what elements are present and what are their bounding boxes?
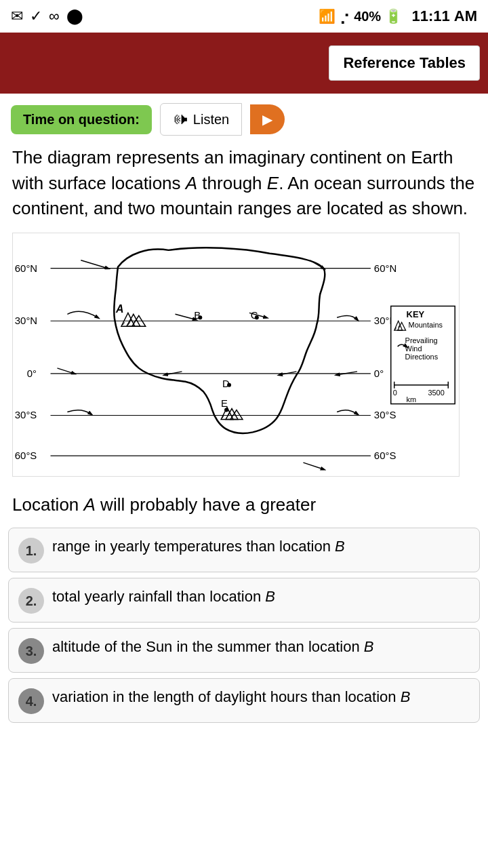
svg-text:Wind: Wind [405,344,422,353]
radio-3[interactable]: 3. [18,638,44,664]
svg-text:0: 0 [393,389,397,397]
svg-text:60°N: 60°N [15,263,37,274]
reference-tables-button[interactable]: Reference Tables [329,45,480,81]
mountains-e [221,408,243,420]
signal-icon: ⡐ [340,9,350,24]
battery-icon: 🔋 [385,9,402,24]
answer-question-text: Location A will probably have a greater [0,489,488,528]
svg-text:Directions: Directions [405,353,439,361]
svg-text:Mountains: Mountains [409,321,443,329]
status-icons: ✉ ✓ ∞ ⬤ [11,7,83,25]
choice-text-2: total yearly rainfall than location B [52,587,470,608]
status-bar: ✉ ✓ ∞ ⬤ 📶 ⡐ 40% 🔋 11:11 AM [0,0,488,33]
choice-number-4: 4. [26,694,37,709]
svg-text:0°: 0° [374,368,384,379]
svg-text:E: E [221,398,228,409]
svg-text:Prevailing: Prevailing [405,336,438,344]
infinity-icon: ∞ [49,7,60,25]
app-header: Reference Tables [0,33,488,94]
battery-level: 40% [354,9,381,24]
choice-2[interactable]: 2. total yearly rainfall than location B [8,578,480,623]
radio-2[interactable]: 2. [18,588,44,614]
wifi-icon: 📶 [319,9,336,24]
svg-text:60°S: 60°S [15,450,37,461]
svg-text:30°N: 30°N [15,315,37,326]
choice-4[interactable]: 4. variation in the length of daylight h… [8,678,480,723]
toolbar-row: Time on question: 🕪 Listen ▶ [0,94,488,145]
svg-point-36 [224,408,228,412]
choice-1[interactable]: 1. range in yearly temperatures than loc… [8,528,480,572]
question-text: The diagram represents an imaginary cont… [0,145,488,233]
check-icon: ✓ [30,7,42,25]
choice-number-1: 1. [26,543,37,559]
map-svg: 60°N 60°N 30°N 30°N 0° 0° 30°S 30°S 60°S… [12,233,460,477]
clock: 11:11 AM [411,7,477,24]
camera-icon: ⬤ [66,7,83,25]
svg-point-30 [198,315,202,319]
choice-text-4: variation in the length of daylight hour… [52,687,470,708]
svg-text:3500: 3500 [428,389,444,397]
svg-text:30°S: 30°S [15,410,37,421]
choice-text-3: altitude of the Sun in the summer than l… [52,637,470,658]
listen-label: Listen [193,112,229,127]
svg-text:A: A [115,303,124,315]
choice-text-1: range in yearly temperatures than locati… [52,536,470,557]
svg-point-32 [255,315,259,319]
choice-3[interactable]: 3. altitude of the Sun in the summer tha… [8,628,480,673]
choice-number-3: 3. [26,644,37,659]
svg-text:km: km [407,395,417,403]
radio-4[interactable]: 4. [18,688,44,714]
mountains-a [121,313,146,326]
svg-text:30°S: 30°S [374,410,396,421]
svg-text:60°S: 60°S [374,450,396,461]
svg-text:KEY: KEY [407,309,425,319]
listen-button[interactable]: 🕪 Listen [160,103,242,136]
play-button[interactable]: ▶ [250,104,285,134]
radio-1[interactable]: 1. [18,538,44,564]
mail-icon: ✉ [11,7,23,25]
map-diagram: 60°N 60°N 30°N 30°N 0° 0° 30°S 30°S 60°S… [12,233,476,477]
time-on-question-label: Time on question: [11,105,152,134]
listen-icon: 🕪 [173,111,188,128]
svg-point-34 [227,383,231,387]
answer-choices: 1. range in yearly temperatures than loc… [0,528,488,723]
svg-text:0°: 0° [27,368,37,379]
status-right-info: 📶 ⡐ 40% 🔋 11:11 AM [319,7,477,25]
svg-text:60°N: 60°N [374,263,396,274]
choice-number-2: 2. [26,593,37,609]
